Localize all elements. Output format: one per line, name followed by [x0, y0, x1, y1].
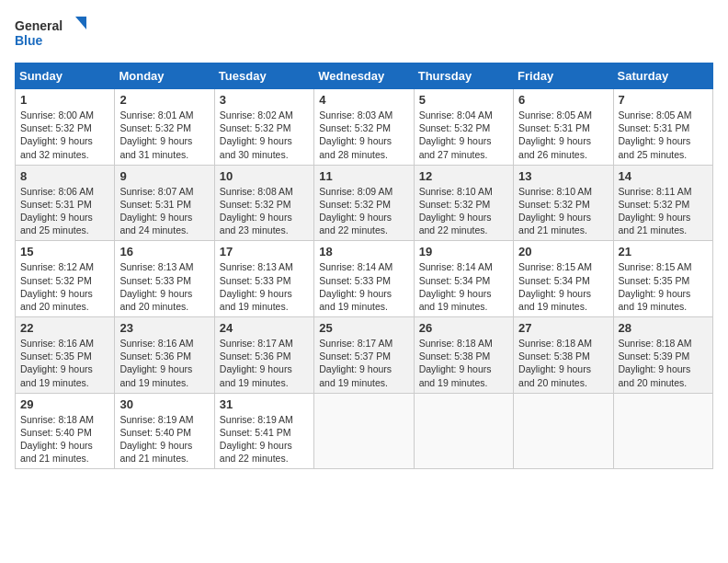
- calendar-cell: 17Sunrise: 8:13 AMSunset: 5:33 PMDayligh…: [214, 241, 313, 317]
- cell-info-line: Sunset: 5:40 PM: [119, 426, 209, 439]
- cell-info-line: Sunrise: 8:19 AM: [220, 413, 309, 426]
- cell-info-line: Sunrise: 8:10 AM: [419, 185, 508, 198]
- cell-info-line: Sunset: 5:32 PM: [220, 198, 309, 211]
- cell-info-line: Daylight: 9 hours: [20, 134, 109, 147]
- cell-info-line: and 25 minutes.: [619, 148, 708, 161]
- cell-info-line: Daylight: 9 hours: [319, 134, 408, 147]
- calendar-cell: [514, 393, 613, 469]
- calendar-week-row: 22Sunrise: 8:16 AMSunset: 5:35 PMDayligh…: [16, 317, 713, 394]
- cell-info-line: Daylight: 9 hours: [20, 211, 109, 224]
- day-number: 28: [619, 321, 708, 335]
- cell-info-line: Sunset: 5:38 PM: [518, 350, 608, 362]
- cell-info-line: and 19 minutes.: [518, 300, 608, 313]
- cell-info-line: Sunset: 5:40 PM: [20, 426, 109, 439]
- day-number: 26: [419, 321, 508, 335]
- day-number: 15: [20, 245, 109, 259]
- day-number: 25: [319, 321, 408, 335]
- calendar-cell: 13Sunrise: 8:10 AMSunset: 5:32 PMDayligh…: [514, 165, 613, 241]
- day-number: 10: [220, 169, 309, 183]
- day-number: 27: [518, 321, 608, 335]
- calendar-week-row: 8Sunrise: 8:06 AMSunset: 5:31 PMDaylight…: [16, 165, 713, 241]
- cell-info-line: Sunrise: 8:03 AM: [319, 109, 408, 121]
- calendar-cell: 15Sunrise: 8:12 AMSunset: 5:32 PMDayligh…: [16, 241, 115, 317]
- cell-info-line: Sunset: 5:32 PM: [619, 198, 708, 211]
- cell-info-line: Sunset: 5:34 PM: [518, 274, 608, 287]
- cell-info-line: and 32 minutes.: [20, 148, 109, 161]
- cell-info-line: Sunrise: 8:16 AM: [20, 337, 109, 350]
- calendar-cell: 14Sunrise: 8:11 AMSunset: 5:32 PMDayligh…: [613, 165, 712, 241]
- cell-info-line: Daylight: 9 hours: [518, 211, 608, 224]
- calendar-cell: 16Sunrise: 8:13 AMSunset: 5:33 PMDayligh…: [115, 241, 214, 317]
- cell-info-line: Sunset: 5:35 PM: [20, 350, 109, 362]
- calendar-cell: 20Sunrise: 8:15 AMSunset: 5:34 PMDayligh…: [514, 241, 613, 317]
- calendar-cell: 4Sunrise: 8:03 AMSunset: 5:32 PMDaylight…: [314, 89, 414, 166]
- day-number: 14: [619, 169, 708, 183]
- cell-info-line: and 25 minutes.: [20, 224, 109, 236]
- day-number: 6: [518, 93, 608, 107]
- cell-info-line: and 22 minutes.: [220, 452, 309, 465]
- cell-info-line: Daylight: 9 hours: [419, 362, 508, 375]
- cell-info-line: Sunrise: 8:17 AM: [220, 337, 309, 350]
- cell-info-line: and 20 minutes.: [518, 376, 608, 389]
- calendar-cell: 27Sunrise: 8:18 AMSunset: 5:38 PMDayligh…: [514, 317, 613, 394]
- calendar-cell: 7Sunrise: 8:05 AMSunset: 5:31 PMDaylight…: [613, 89, 712, 166]
- cell-info-line: Sunrise: 8:18 AM: [20, 413, 109, 426]
- cell-info-line: Sunrise: 8:01 AM: [119, 109, 209, 121]
- logo-icon: General Blue: [15, 15, 88, 52]
- calendar-cell: 12Sunrise: 8:10 AMSunset: 5:32 PMDayligh…: [414, 165, 513, 241]
- cell-info-line: and 19 minutes.: [319, 300, 408, 313]
- calendar-cell: 8Sunrise: 8:06 AMSunset: 5:31 PMDaylight…: [16, 165, 115, 241]
- cell-info-line: Daylight: 9 hours: [20, 439, 109, 452]
- cell-info-line: and 27 minutes.: [419, 148, 508, 161]
- cell-info-line: and 21 minutes.: [619, 224, 708, 236]
- cell-info-line: Sunrise: 8:00 AM: [20, 109, 109, 121]
- cell-info-line: Sunrise: 8:02 AM: [220, 109, 309, 121]
- cell-info-line: Sunset: 5:32 PM: [518, 198, 608, 211]
- weekday-header-sunday: Sunday: [16, 63, 115, 89]
- cell-info-line: Sunrise: 8:06 AM: [20, 185, 109, 198]
- cell-info-line: Daylight: 9 hours: [419, 287, 508, 300]
- cell-info-line: Daylight: 9 hours: [518, 134, 608, 147]
- calendar-cell: [613, 393, 712, 469]
- day-number: 2: [119, 93, 209, 107]
- cell-info-line: Sunset: 5:36 PM: [119, 350, 209, 362]
- day-number: 24: [220, 321, 309, 335]
- calendar-cell: 6Sunrise: 8:05 AMSunset: 5:31 PMDaylight…: [514, 89, 613, 166]
- cell-info-line: Daylight: 9 hours: [518, 362, 608, 375]
- weekday-header-row: SundayMondayTuesdayWednesdayThursdayFrid…: [16, 63, 713, 89]
- calendar-cell: 26Sunrise: 8:18 AMSunset: 5:38 PMDayligh…: [414, 317, 513, 394]
- cell-info-line: Daylight: 9 hours: [119, 287, 209, 300]
- cell-info-line: Sunset: 5:33 PM: [220, 274, 309, 287]
- day-number: 8: [20, 169, 109, 183]
- cell-info-line: Daylight: 9 hours: [220, 362, 309, 375]
- weekday-header-wednesday: Wednesday: [314, 63, 414, 89]
- cell-info-line: Daylight: 9 hours: [220, 211, 309, 224]
- cell-info-line: Sunrise: 8:10 AM: [518, 185, 608, 198]
- cell-info-line: Daylight: 9 hours: [419, 134, 508, 147]
- cell-info-line: Daylight: 9 hours: [220, 134, 309, 147]
- cell-info-line: Sunset: 5:37 PM: [319, 350, 408, 362]
- svg-marker-2: [75, 17, 86, 29]
- cell-info-line: Sunset: 5:31 PM: [20, 198, 109, 211]
- calendar-cell: 10Sunrise: 8:08 AMSunset: 5:32 PMDayligh…: [214, 165, 313, 241]
- cell-info-line: Sunrise: 8:16 AM: [119, 337, 209, 350]
- cell-info-line: Sunset: 5:32 PM: [220, 121, 309, 134]
- cell-info-line: and 22 minutes.: [419, 224, 508, 236]
- cell-info-line: Sunset: 5:36 PM: [220, 350, 309, 362]
- calendar-cell: 1Sunrise: 8:00 AMSunset: 5:32 PMDaylight…: [16, 89, 115, 166]
- cell-info-line: Sunrise: 8:13 AM: [119, 260, 209, 273]
- cell-info-line: and 19 minutes.: [119, 376, 209, 389]
- cell-info-line: Sunrise: 8:07 AM: [119, 185, 209, 198]
- cell-info-line: and 19 minutes.: [220, 300, 309, 313]
- cell-info-line: Sunset: 5:31 PM: [619, 121, 708, 134]
- cell-info-line: Sunset: 5:32 PM: [319, 121, 408, 134]
- cell-info-line: and 19 minutes.: [419, 300, 508, 313]
- cell-info-line: Daylight: 9 hours: [319, 287, 408, 300]
- cell-info-line: Sunrise: 8:17 AM: [319, 337, 408, 350]
- day-number: 1: [20, 93, 109, 107]
- day-number: 31: [220, 397, 309, 411]
- cell-info-line: Sunset: 5:32 PM: [419, 121, 508, 134]
- cell-info-line: Sunrise: 8:05 AM: [518, 109, 608, 121]
- cell-info-line: and 19 minutes.: [619, 300, 708, 313]
- weekday-header-thursday: Thursday: [414, 63, 513, 89]
